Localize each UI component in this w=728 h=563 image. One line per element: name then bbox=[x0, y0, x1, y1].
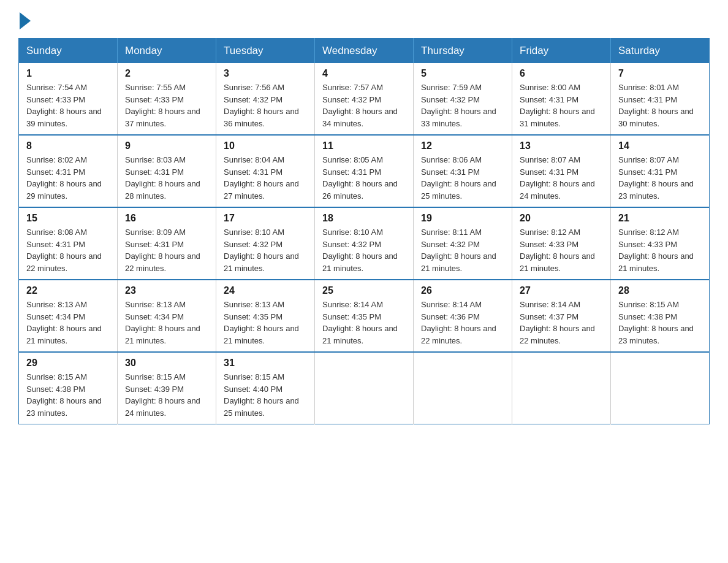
calendar-cell: 23 Sunrise: 8:13 AMSunset: 4:34 PMDaylig… bbox=[118, 280, 216, 352]
calendar-cell: 19 Sunrise: 8:11 AMSunset: 4:32 PMDaylig… bbox=[414, 207, 512, 280]
weekday-header-row: SundayMondayTuesdayWednesdayThursdayFrid… bbox=[19, 39, 710, 64]
day-info: Sunrise: 8:01 AMSunset: 4:31 PMDaylight:… bbox=[618, 83, 694, 128]
day-info: Sunrise: 8:13 AMSunset: 4:35 PMDaylight:… bbox=[224, 300, 299, 345]
day-info: Sunrise: 7:55 AMSunset: 4:33 PMDaylight:… bbox=[125, 83, 200, 128]
day-info: Sunrise: 8:12 AMSunset: 4:33 PMDaylight:… bbox=[520, 228, 595, 273]
day-number: 9 bbox=[125, 140, 208, 151]
calendar-cell: 24 Sunrise: 8:13 AMSunset: 4:35 PMDaylig… bbox=[216, 280, 315, 352]
weekday-header-sunday: Sunday bbox=[19, 39, 118, 64]
day-info: Sunrise: 8:15 AMSunset: 4:38 PMDaylight:… bbox=[618, 300, 694, 345]
day-info: Sunrise: 8:07 AMSunset: 4:31 PMDaylight:… bbox=[618, 155, 694, 201]
calendar-cell: 27 Sunrise: 8:14 AMSunset: 4:37 PMDaylig… bbox=[512, 280, 611, 352]
page-header bbox=[18, 12, 710, 26]
day-number: 6 bbox=[520, 68, 603, 79]
calendar-cell: 9 Sunrise: 8:03 AMSunset: 4:31 PMDayligh… bbox=[118, 135, 216, 207]
calendar-cell: 13 Sunrise: 8:07 AMSunset: 4:31 PMDaylig… bbox=[512, 135, 611, 207]
calendar-cell: 2 Sunrise: 7:55 AMSunset: 4:33 PMDayligh… bbox=[118, 63, 216, 135]
calendar-cell: 17 Sunrise: 8:10 AMSunset: 4:32 PMDaylig… bbox=[216, 207, 315, 280]
calendar-cell bbox=[315, 352, 414, 424]
weekday-header-monday: Monday bbox=[118, 39, 216, 64]
calendar-cell: 3 Sunrise: 7:56 AMSunset: 4:32 PMDayligh… bbox=[216, 63, 315, 135]
calendar-week-row: 29 Sunrise: 8:15 AMSunset: 4:38 PMDaylig… bbox=[19, 352, 710, 424]
day-info: Sunrise: 8:13 AMSunset: 4:34 PMDaylight:… bbox=[125, 300, 200, 345]
day-info: Sunrise: 8:02 AMSunset: 4:31 PMDaylight:… bbox=[26, 155, 102, 201]
day-number: 29 bbox=[26, 358, 110, 369]
calendar-cell: 4 Sunrise: 7:57 AMSunset: 4:32 PMDayligh… bbox=[315, 63, 414, 135]
day-info: Sunrise: 8:05 AMSunset: 4:31 PMDaylight:… bbox=[322, 155, 398, 201]
day-number: 10 bbox=[224, 140, 307, 151]
day-info: Sunrise: 8:08 AMSunset: 4:31 PMDaylight:… bbox=[26, 228, 102, 273]
calendar-cell: 31 Sunrise: 8:15 AMSunset: 4:40 PMDaylig… bbox=[216, 352, 315, 424]
day-number: 4 bbox=[322, 68, 406, 79]
calendar-cell: 18 Sunrise: 8:10 AMSunset: 4:32 PMDaylig… bbox=[315, 207, 414, 280]
calendar-cell: 15 Sunrise: 8:08 AMSunset: 4:31 PMDaylig… bbox=[19, 207, 118, 280]
calendar-cell: 20 Sunrise: 8:12 AMSunset: 4:33 PMDaylig… bbox=[512, 207, 611, 280]
day-info: Sunrise: 8:07 AMSunset: 4:31 PMDaylight:… bbox=[520, 155, 595, 201]
calendar-cell: 12 Sunrise: 8:06 AMSunset: 4:31 PMDaylig… bbox=[414, 135, 512, 207]
day-info: Sunrise: 8:14 AMSunset: 4:37 PMDaylight:… bbox=[520, 300, 595, 345]
day-number: 13 bbox=[520, 140, 603, 151]
day-number: 24 bbox=[224, 285, 307, 296]
day-number: 2 bbox=[125, 68, 208, 79]
day-number: 26 bbox=[421, 285, 504, 296]
calendar-cell: 5 Sunrise: 7:59 AMSunset: 4:32 PMDayligh… bbox=[414, 63, 512, 135]
day-number: 14 bbox=[618, 140, 702, 151]
calendar-cell: 28 Sunrise: 8:15 AMSunset: 4:38 PMDaylig… bbox=[611, 280, 710, 352]
weekday-header-wednesday: Wednesday bbox=[315, 39, 414, 64]
day-number: 8 bbox=[26, 140, 110, 151]
calendar-cell: 11 Sunrise: 8:05 AMSunset: 4:31 PMDaylig… bbox=[315, 135, 414, 207]
weekday-header-thursday: Thursday bbox=[414, 39, 512, 64]
calendar-week-row: 1 Sunrise: 7:54 AMSunset: 4:33 PMDayligh… bbox=[19, 63, 710, 135]
day-number: 5 bbox=[421, 68, 504, 79]
day-info: Sunrise: 8:10 AMSunset: 4:32 PMDaylight:… bbox=[322, 228, 398, 273]
day-number: 11 bbox=[322, 140, 406, 151]
day-info: Sunrise: 8:04 AMSunset: 4:31 PMDaylight:… bbox=[224, 155, 299, 201]
day-number: 20 bbox=[520, 213, 603, 224]
day-info: Sunrise: 8:03 AMSunset: 4:31 PMDaylight:… bbox=[125, 155, 200, 201]
calendar-cell: 8 Sunrise: 8:02 AMSunset: 4:31 PMDayligh… bbox=[19, 135, 118, 207]
day-info: Sunrise: 8:14 AMSunset: 4:35 PMDaylight:… bbox=[322, 300, 398, 345]
weekday-header-friday: Friday bbox=[512, 39, 611, 64]
day-info: Sunrise: 8:00 AMSunset: 4:31 PMDaylight:… bbox=[520, 83, 595, 128]
day-info: Sunrise: 8:13 AMSunset: 4:34 PMDaylight:… bbox=[26, 300, 102, 345]
day-info: Sunrise: 7:59 AMSunset: 4:32 PMDaylight:… bbox=[421, 83, 496, 128]
day-number: 25 bbox=[322, 285, 406, 296]
calendar-cell: 21 Sunrise: 8:12 AMSunset: 4:33 PMDaylig… bbox=[611, 207, 710, 280]
calendar-cell: 29 Sunrise: 8:15 AMSunset: 4:38 PMDaylig… bbox=[19, 352, 118, 424]
day-info: Sunrise: 8:15 AMSunset: 4:38 PMDaylight:… bbox=[26, 372, 102, 418]
day-number: 27 bbox=[520, 285, 603, 296]
day-number: 17 bbox=[224, 213, 307, 224]
day-info: Sunrise: 8:12 AMSunset: 4:33 PMDaylight:… bbox=[618, 228, 694, 273]
day-number: 19 bbox=[421, 213, 504, 224]
calendar-cell bbox=[611, 352, 710, 424]
day-info: Sunrise: 7:56 AMSunset: 4:32 PMDaylight:… bbox=[224, 83, 299, 128]
day-number: 15 bbox=[26, 213, 110, 224]
calendar-cell: 26 Sunrise: 8:14 AMSunset: 4:36 PMDaylig… bbox=[414, 280, 512, 352]
calendar-week-row: 22 Sunrise: 8:13 AMSunset: 4:34 PMDaylig… bbox=[19, 280, 710, 352]
day-info: Sunrise: 8:11 AMSunset: 4:32 PMDaylight:… bbox=[421, 228, 496, 273]
weekday-header-tuesday: Tuesday bbox=[216, 39, 315, 64]
calendar-cell bbox=[414, 352, 512, 424]
calendar-cell: 10 Sunrise: 8:04 AMSunset: 4:31 PMDaylig… bbox=[216, 135, 315, 207]
day-info: Sunrise: 7:57 AMSunset: 4:32 PMDaylight:… bbox=[322, 83, 398, 128]
calendar-table: SundayMondayTuesdayWednesdayThursdayFrid… bbox=[18, 38, 710, 424]
day-number: 7 bbox=[618, 68, 702, 79]
calendar-cell: 25 Sunrise: 8:14 AMSunset: 4:35 PMDaylig… bbox=[315, 280, 414, 352]
day-info: Sunrise: 7:54 AMSunset: 4:33 PMDaylight:… bbox=[26, 83, 102, 128]
day-number: 18 bbox=[322, 213, 406, 224]
calendar-cell: 1 Sunrise: 7:54 AMSunset: 4:33 PMDayligh… bbox=[19, 63, 118, 135]
weekday-header-saturday: Saturday bbox=[611, 39, 710, 64]
day-number: 22 bbox=[26, 285, 110, 296]
calendar-cell bbox=[512, 352, 611, 424]
day-info: Sunrise: 8:09 AMSunset: 4:31 PMDaylight:… bbox=[125, 228, 200, 273]
calendar-cell: 16 Sunrise: 8:09 AMSunset: 4:31 PMDaylig… bbox=[118, 207, 216, 280]
day-info: Sunrise: 8:06 AMSunset: 4:31 PMDaylight:… bbox=[421, 155, 496, 201]
logo bbox=[18, 12, 32, 26]
logo-arrow-icon bbox=[20, 12, 31, 29]
day-info: Sunrise: 8:14 AMSunset: 4:36 PMDaylight:… bbox=[421, 300, 496, 345]
day-number: 1 bbox=[26, 68, 110, 79]
calendar-cell: 30 Sunrise: 8:15 AMSunset: 4:39 PMDaylig… bbox=[118, 352, 216, 424]
day-info: Sunrise: 8:15 AMSunset: 4:40 PMDaylight:… bbox=[224, 372, 299, 418]
day-info: Sunrise: 8:10 AMSunset: 4:32 PMDaylight:… bbox=[224, 228, 299, 273]
calendar-cell: 14 Sunrise: 8:07 AMSunset: 4:31 PMDaylig… bbox=[611, 135, 710, 207]
